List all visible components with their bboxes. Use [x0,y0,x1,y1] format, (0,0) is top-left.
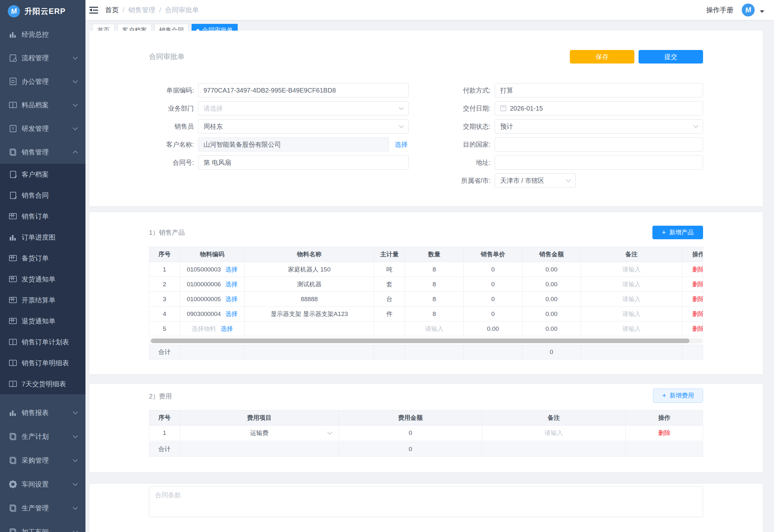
salesperson-select[interactable]: 周桂东 [198,119,409,133]
select-link[interactable]: 选择 [221,325,233,333]
cell-value[interactable]: 运输费 [250,429,269,437]
fees-header: 2）费用 + 新增费用 [149,384,703,403]
table-cell [626,442,703,456]
caret-down-icon[interactable] [760,10,764,13]
sidebar-item-bottom-采购管理[interactable]: 采购管理 [0,448,85,472]
submit-button[interactable]: 提交 [639,50,703,64]
sidebar-item-top-销售管理[interactable]: 销售管理 [0,140,85,164]
cell-value[interactable]: 0 [491,266,495,273]
sidebar-item-sub-备货订单[interactable]: 备货订单 [0,248,85,269]
sidebar-item-top-经营总控[interactable]: 经营总控 [0,23,85,46]
chevron-down-icon [73,125,78,130]
delete-link[interactable]: 删除 [692,310,703,318]
cell-placeholder[interactable]: 请输入 [622,310,641,318]
cell-placeholder[interactable]: 请输入 [622,295,641,303]
sidebar-item-bottom-车间设置[interactable]: 车间设置 [0,472,85,496]
sidebar-item-bottom-销售报表[interactable]: 销售报表 [0,401,85,425]
sidebar-item-top-流程管理[interactable]: 流程管理 [0,46,85,70]
sidebar-item-label: 生产计划 [22,432,74,441]
table-cell: 请输入 [581,321,682,336]
sidebar-item-bottom-加工车间[interactable]: 加工车间 [0,520,85,532]
select-link[interactable]: 选择 [225,265,238,274]
business-dept-select[interactable]: 请选择 [198,101,409,115]
delivery-date-field[interactable]: 2026-01-15 [495,101,703,115]
form-row: 合同号:第 电风扇 [149,155,409,170]
select-link[interactable]: 选择 [225,280,238,289]
scrollbar-thumb[interactable] [151,339,690,343]
cell-value[interactable]: 8 [432,310,436,318]
sidebar-item-bottom-生产计划[interactable]: 生产计划 [0,425,85,448]
cell-value[interactable]: 8 [432,266,436,273]
app-logo[interactable]: M 升阳云ERP [0,0,85,23]
table-cell: 删除 [682,321,703,336]
sidebar-item-sub-订单进度图[interactable]: 订单进度图 [0,227,85,248]
cell-placeholder[interactable]: 请输入 [545,429,563,437]
avatar[interactable]: M [742,4,755,16]
breadcrumb-item[interactable]: 销售管理 [128,5,155,15]
destination-country-field[interactable] [495,137,703,152]
delete-link[interactable]: 删除 [692,325,703,333]
chevron-down-icon [399,123,404,128]
select-link[interactable]: 选择 [225,310,238,318]
delete-link[interactable]: 删除 [692,295,703,303]
fees-table: 序号费用项目费用金额备注操作1运输费0请输入删除 [149,410,703,440]
cell-value[interactable]: 0 [491,310,495,318]
cell-value[interactable]: 0 [409,429,412,437]
sidebar-item-sub-销售合同[interactable]: 销售合同 [0,185,85,206]
sidebar-item-sub-销售订单[interactable]: 销售订单 [0,206,85,227]
sidebar-item-sub-退货通知单[interactable]: 退货通知单 [0,310,85,331]
province-city-select[interactable]: 天津市 / 市辖区 [495,173,576,188]
delete-link[interactable]: 删除 [692,280,703,289]
table-cell: 0.00 [522,277,581,291]
book-icon [9,380,17,388]
cell-placeholder[interactable]: 请输入 [622,280,641,289]
sidebar-item-sub-销售订单明细表[interactable]: 销售订单明细表 [0,352,85,373]
sidebar-item-label: 采购管理 [22,456,74,465]
collapse-sidebar-icon[interactable] [89,7,98,14]
cell-placeholder[interactable]: 请输入 [425,325,443,333]
cell-placeholder[interactable]: 请输入 [622,325,641,333]
field-label: 销售员 [149,122,198,131]
sidebar-item-top-料品档案[interactable]: 料品档案 [0,93,85,117]
cell-value[interactable]: 0.00 [487,325,499,332]
cell-value[interactable]: 8 [432,296,436,303]
cell-value[interactable]: 8 [432,281,436,288]
delete-link[interactable]: 删除 [658,429,670,437]
topbar-right: 操作手册 M [706,4,764,16]
cell-value: 合计 [158,445,171,453]
form-actions: 保存 提交 [570,50,703,64]
sidebar-item-sub-发货通知单[interactable]: 发货通知单 [0,269,85,290]
table-cell: 8 [405,277,464,291]
contract-terms-textarea[interactable]: 合同条款 [149,486,703,517]
copy-doc-icon [9,432,17,441]
payment-method-field[interactable]: 打算 [495,83,703,97]
delivery-status-select[interactable]: 预计 [495,119,703,133]
data-table: 序号物料编码物料名称主计量数量销售单价销售金额备注操作10105000003选择… [149,247,703,336]
save-button[interactable]: 保存 [570,50,634,64]
table-cell [482,442,626,456]
cell-value[interactable]: 0 [491,296,495,303]
sidebar-item-top-办公管理[interactable]: 办公管理 [0,70,85,93]
add-product-button[interactable]: + 新增产品 [652,226,703,239]
sidebar-item-bottom-生产管理[interactable]: 生产管理 [0,496,85,520]
address-field[interactable] [495,155,703,170]
doc-code-field[interactable]: 9770CA17-3497-4DB2-995E-B49E9CF61BD8 [198,83,409,97]
sidebar-item-sub-客户档案[interactable]: 客户档案 [0,164,85,185]
add-fee-button[interactable]: + 新增费用 [653,389,703,403]
field-label: 目的国家: [446,140,495,149]
contract-no-field[interactable]: 第 电风扇 [198,155,409,170]
breadcrumb-item[interactable]: 首页 [105,5,119,15]
table-cell: 请输入 [581,307,682,321]
sidebar-item-sub-开票结算单[interactable]: 开票结算单 [0,290,85,310]
sidebar-item-top-研发管理[interactable]: 研发管理 [0,117,85,140]
sidebar-item-sub-7天交货明细表[interactable]: 7天交货明细表 [0,373,85,394]
customer-name-field[interactable]: 山河智能装备股份有限公司 [198,137,389,152]
cell-placeholder[interactable]: 请输入 [622,265,641,274]
manual-link[interactable]: 操作手册 [706,5,733,15]
sidebar-item-sub-销售订单计划表[interactable]: 销售订单计划表 [0,331,85,352]
cell-value[interactable]: 0 [491,281,495,288]
delete-link[interactable]: 删除 [692,265,703,274]
select-link[interactable]: 选择 [225,295,238,303]
horizontal-scrollbar[interactable] [149,338,703,343]
select-link[interactable]: 选择 [395,140,408,149]
